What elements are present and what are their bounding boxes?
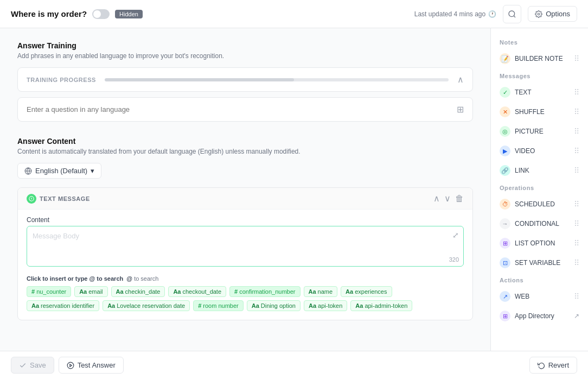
tag-label: confirmation_number	[239, 288, 295, 295]
tag-item[interactable]: Aa api-token	[304, 300, 347, 311]
link-label: LINK	[515, 167, 529, 174]
search-icon-btn[interactable]	[503, 5, 521, 23]
picture-label: PICTURE	[515, 128, 544, 135]
sidebar-item-shuffle[interactable]: ✕ SHUFFLE ⠿	[491, 102, 588, 122]
save-button[interactable]: Save	[11, 357, 54, 374]
answer-training-section: Answer Training Add phrases in any enabl…	[17, 41, 473, 122]
test-answer-button[interactable]: Test Answer	[59, 357, 124, 374]
add-question-icon[interactable]: ⊞	[457, 104, 464, 115]
drag-handle-icon[interactable]: ⠿	[574, 166, 579, 175]
answer-content-section: Answer Content Content is automatically …	[17, 137, 473, 320]
message-card-header: TEXT MESSAGE ∧ ∨ 🗑	[18, 188, 472, 210]
drag-handle-icon[interactable]: ⠿	[574, 54, 579, 63]
tag-label: api-token	[318, 302, 342, 309]
delete-icon[interactable]: 🗑	[455, 194, 464, 204]
move-down-icon[interactable]: ∨	[444, 193, 451, 204]
progress-bar-fill	[105, 78, 294, 81]
move-up-icon[interactable]: ∧	[433, 193, 440, 204]
sidebar-item-conditional[interactable]: → CONDITIONAL ⠿	[491, 214, 588, 233]
content-area: Answer Training Add phrases in any enabl…	[0, 28, 490, 351]
char-count: 320	[449, 256, 459, 263]
sidebar-item-list-option[interactable]: ⊞ LIST OPTION ⠿	[491, 233, 588, 253]
visibility-toggle[interactable]	[92, 9, 110, 19]
drag-handle-icon[interactable]: ⠿	[574, 258, 579, 267]
tag-label: checkin_date	[125, 288, 161, 295]
drag-handle-icon[interactable]: ⠿	[574, 239, 579, 248]
tag-label: nu_counter	[36, 288, 66, 295]
tag-item[interactable]: Aa experiences	[341, 286, 392, 297]
sidebar-item-set-variable[interactable]: ⊡ SET VARIABLE ⠿	[491, 253, 588, 273]
main-layout: Answer Training Add phrases in any enabl…	[0, 28, 588, 351]
scheduled-label: SCHEDULED	[515, 200, 555, 208]
svg-line-1	[514, 16, 515, 17]
tags-area: Click to insert or type @ to search @ to…	[18, 271, 472, 320]
tag-item[interactable]: Aa checkin_date	[111, 286, 165, 297]
tags-list: # nu_counterAa emailAa checkin_dateAa ch…	[27, 286, 464, 311]
question-input[interactable]	[27, 105, 457, 113]
save-icon	[19, 362, 27, 369]
aa-symbol: Aa	[309, 288, 316, 295]
drag-handle-icon[interactable]: ⠿	[574, 147, 579, 155]
sidebar-item-text[interactable]: ✓ TEXT ⠿	[491, 83, 588, 102]
sidebar-item-link[interactable]: 🔗 LINK ⠿	[491, 161, 588, 180]
tag-label: room number	[203, 302, 238, 309]
question-input-area[interactable]: ⊞	[17, 97, 473, 122]
drag-handle-icon[interactable]: ⠿	[574, 292, 579, 301]
tag-label: api-admin-token	[365, 302, 407, 309]
options-button[interactable]: Options	[528, 6, 577, 22]
set-variable-label: SET VARIABLE	[515, 259, 560, 267]
message-type-label: TEXT MESSAGE	[27, 194, 90, 204]
language-selector[interactable]: English (Default) ▾	[17, 163, 101, 179]
options-label: Options	[546, 10, 570, 18]
drag-handle-icon[interactable]: ⠿	[574, 219, 579, 228]
tag-item[interactable]: # confirmation_number	[229, 286, 300, 297]
tag-item[interactable]: Aa Dining option	[247, 300, 301, 311]
answer-training-title: Answer Training	[17, 41, 473, 50]
collapse-icon[interactable]: ∧	[457, 74, 464, 85]
tag-item[interactable]: Aa email	[74, 286, 107, 297]
clock-icon: 🕐	[488, 10, 496, 18]
tag-item[interactable]: # room number	[193, 300, 244, 311]
sidebar-item-picture[interactable]: ◎ PICTURE ⠿	[491, 122, 588, 141]
tag-label: Lovelace reservation date	[117, 302, 185, 309]
drag-handle-icon[interactable]: ⠿	[574, 108, 579, 116]
message-body-textarea[interactable]	[27, 226, 463, 264]
aa-symbol: Aa	[116, 288, 124, 295]
drag-handle-icon[interactable]: ⠿	[574, 200, 579, 209]
training-header: TRAINING PROGRESS ∧	[18, 68, 472, 91]
revert-icon	[538, 362, 545, 369]
tag-item[interactable]: Aa name	[304, 286, 338, 297]
sidebar-item-scheduled[interactable]: ⏱ SCHEDULED ⠿	[491, 194, 588, 214]
tag-item[interactable]: Aa reservation identifier	[27, 300, 99, 311]
tag-item[interactable]: Aa checkout_date	[168, 286, 226, 297]
header: Where is my order? Hidden Last updated 4…	[0, 0, 588, 28]
sidebar-item-app-directory[interactable]: ⊞ App Directory ↗	[491, 306, 588, 326]
svg-point-6	[67, 362, 74, 369]
tag-item[interactable]: # nu_counter	[27, 286, 71, 297]
sidebar-item-builder-note[interactable]: 📝 BUILDER NOTE ⠿	[491, 49, 588, 68]
sidebar-item-video[interactable]: ▶ VIDEO ⠿	[491, 141, 588, 161]
drag-handle-icon[interactable]: ⠿	[574, 127, 579, 136]
sidebar-item-web[interactable]: ↗ WEB ⠿	[491, 287, 588, 306]
svg-point-2	[538, 13, 540, 15]
gear-icon	[535, 10, 542, 18]
language-icon	[24, 167, 32, 175]
drag-handle-icon[interactable]: ⠿	[574, 88, 579, 97]
aa-symbol: Aa	[79, 288, 87, 295]
builder-note-label: BUILDER NOTE	[515, 55, 563, 62]
shuffle-icon: ✕	[500, 106, 510, 117]
training-progress-card: TRAINING PROGRESS ∧	[17, 67, 473, 92]
web-label: WEB	[515, 293, 529, 300]
aa-symbol: Aa	[309, 302, 316, 309]
tag-item[interactable]: Aa api-admin-token	[350, 300, 412, 311]
aa-symbol: Aa	[107, 302, 115, 309]
builder-note-icon: 📝	[500, 53, 510, 64]
revert-button[interactable]: Revert	[529, 357, 577, 374]
external-link-icon: ↗	[574, 312, 579, 320]
header-right: Last updated 4 mins ago 🕐 Options	[414, 5, 577, 23]
tag-label: email	[88, 288, 103, 295]
right-sidebar: Notes 📝 BUILDER NOTE ⠿ Messages ✓ TEXT ⠿…	[490, 28, 588, 351]
expand-icon[interactable]: ⤢	[452, 231, 459, 239]
tag-item[interactable]: Aa Lovelace reservation date	[103, 300, 190, 311]
hash-symbol: #	[31, 288, 35, 295]
